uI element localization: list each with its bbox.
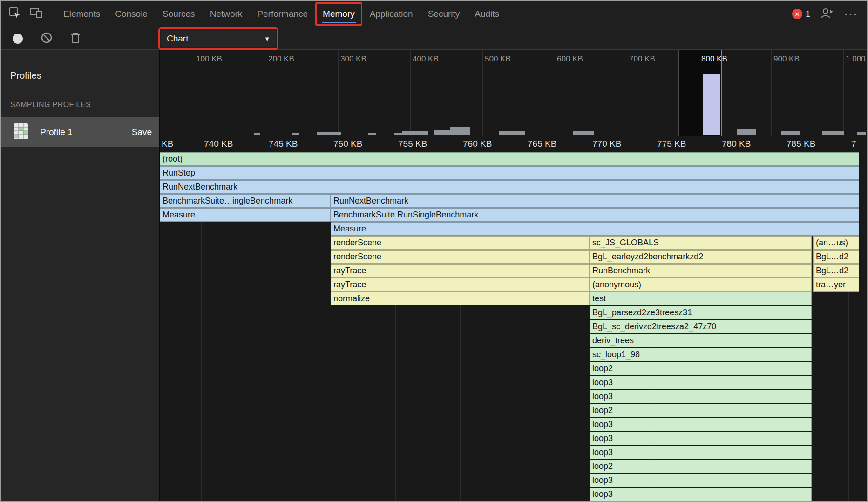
ruler-tick-label: 755 KB <box>398 139 427 149</box>
ruler-tick-label: 770 KB <box>592 139 621 149</box>
flame-segment[interactable]: deriv_trees <box>590 334 812 347</box>
overview-tick-label: 200 KB <box>268 54 294 64</box>
overview-gridline <box>194 50 194 136</box>
flame-segment[interactable]: RunBenchmark <box>590 264 812 278</box>
flame-segment[interactable]: loop3 <box>590 390 812 403</box>
delete-button[interactable] <box>67 30 84 47</box>
flame-segment[interactable]: tra…yer <box>813 278 859 292</box>
memory-histogram-bar <box>434 130 450 135</box>
flame-segment[interactable]: (root) <box>160 152 859 166</box>
ruler-tick-label: 750 KB <box>333 139 362 149</box>
flame-segment[interactable]: normalize <box>331 292 590 305</box>
flame-segment[interactable]: loop2 <box>590 362 812 375</box>
flame-segment[interactable]: loop3 <box>590 432 812 445</box>
tab-network[interactable]: Network <box>203 1 250 27</box>
overview-tick-label: 600 KB <box>557 54 583 64</box>
view-select-value: Chart <box>167 34 188 44</box>
tabbar-right: ✕ 1 ⋯ <box>792 6 867 22</box>
flame-segment[interactable]: BenchmarkSuite…ingleBenchmark <box>160 194 331 208</box>
flame-segment[interactable]: BenchmarkSuite.RunSingleBenchmark <box>331 208 859 222</box>
flame-segment[interactable]: BgL_sc_derivzd2treesza2_47z70 <box>590 320 812 333</box>
overview-gridline <box>843 50 844 136</box>
flame-segment[interactable]: loop3 <box>590 474 812 487</box>
flame-segment[interactable]: RunNextBenchmark <box>331 194 859 208</box>
memory-histogram-bar <box>857 132 866 135</box>
overview-area[interactable]: 100 KB200 KB300 KB400 KB500 KB600 KB700 … <box>160 50 867 136</box>
ruler-partial-label-left: KB <box>162 139 173 149</box>
overview-tick-label: 700 KB <box>629 54 655 64</box>
flame-segment[interactable]: loop3 <box>590 488 812 501</box>
flame-segment[interactable]: BgL_parsezd2ze3treesz31 <box>590 306 812 319</box>
flame-segment[interactable]: rayTrace <box>331 278 590 292</box>
flame-segment[interactable]: Measure <box>160 208 331 222</box>
flame-segment[interactable]: sc_JS_GLOBALS <box>590 236 812 250</box>
error-count: 1 <box>806 9 810 19</box>
flame-segment[interactable]: RunStep <box>160 166 859 180</box>
device-toolbar-button[interactable] <box>28 6 45 22</box>
ruler-tick-label: 785 KB <box>787 139 815 149</box>
ruler-partial-label-right: 7 <box>851 139 856 149</box>
error-indicator[interactable]: ✕ 1 <box>792 9 810 19</box>
tab-application[interactable]: Application <box>362 1 420 27</box>
flame-chart[interactable]: (root)RunStepRunNextBenchmarkBenchmarkSu… <box>160 152 867 501</box>
flame-segment[interactable]: renderScene <box>331 250 590 264</box>
flame-segment[interactable]: loop2 <box>590 460 812 473</box>
profile-item[interactable]: Profile 1 Save <box>1 117 159 147</box>
tab-audits[interactable]: Audits <box>467 1 507 27</box>
overview-gridline <box>338 50 339 136</box>
tab-sources[interactable]: Sources <box>155 1 203 27</box>
flame-segment[interactable]: BgL_earleyzd2benchmarkzd2 <box>590 250 812 264</box>
selection-grip[interactable] <box>721 50 722 136</box>
memory-histogram-bar <box>781 131 800 135</box>
record-icon <box>13 34 23 44</box>
devtools-tabs: ElementsConsoleSourcesNetworkPerformance… <box>56 1 507 27</box>
overview-gridline <box>555 50 555 136</box>
overview-gridline <box>771 50 772 136</box>
save-link[interactable]: Save <box>132 127 152 137</box>
memory-histogram-bar <box>573 131 594 135</box>
flame-segment[interactable]: loop3 <box>590 376 812 389</box>
memory-histogram-bar <box>822 131 844 135</box>
flame-segment[interactable]: loop2 <box>590 404 812 417</box>
flame-segment[interactable]: loop3 <box>590 418 812 431</box>
flame-segment[interactable]: sc_loop1_98 <box>590 348 812 361</box>
flame-segment[interactable]: BgL…d2 <box>813 250 859 264</box>
ruler-tick-label: 775 KB <box>657 139 686 149</box>
overview-gridline <box>266 50 266 136</box>
devtools-tabbar: ElementsConsoleSourcesNetworkPerformance… <box>1 1 867 27</box>
tab-elements[interactable]: Elements <box>56 1 108 27</box>
profile-icon <box>11 122 31 143</box>
user-button[interactable] <box>819 6 835 22</box>
profiler-toolbar: Chart ▼ <box>1 27 867 50</box>
clear-button[interactable] <box>38 30 55 47</box>
overview-tick-label: 300 KB <box>340 54 366 64</box>
tab-console[interactable]: Console <box>108 1 155 27</box>
flame-segment[interactable]: loop3 <box>590 446 812 459</box>
overview-tick-label: 500 KB <box>485 54 511 64</box>
flame-segment[interactable]: RunNextBenchmark <box>160 180 859 194</box>
flame-segment[interactable]: (an…us) <box>813 236 859 250</box>
chevron-down-icon: ▼ <box>264 35 270 42</box>
ruler-tick-label: 740 KB <box>204 139 233 149</box>
ruler-tick-label: 745 KB <box>269 139 298 149</box>
tab-performance[interactable]: Performance <box>250 1 315 27</box>
flame-segment[interactable]: test <box>590 292 812 305</box>
flame-segment[interactable]: Measure <box>331 222 859 236</box>
memory-histogram-bar <box>368 133 376 135</box>
flame-segment[interactable]: BgL…d2 <box>813 264 859 278</box>
overview-tick-label: 100 KB <box>196 54 222 64</box>
memory-histogram-bar <box>292 133 299 135</box>
flame-segment[interactable]: rayTrace <box>331 264 590 278</box>
flame-segment[interactable]: renderScene <box>331 236 590 250</box>
trash-icon <box>69 31 81 47</box>
memory-histogram-bar <box>703 74 720 135</box>
main-menu-button[interactable]: ⋯ <box>844 10 858 18</box>
record-button[interactable] <box>9 30 26 47</box>
tab-memory[interactable]: Memory <box>315 2 362 26</box>
view-select[interactable]: Chart ▼ <box>161 30 276 47</box>
device-toolbar-icon <box>29 6 43 22</box>
inspect-button[interactable] <box>7 6 23 22</box>
flame-segment[interactable]: (anonymous) <box>590 278 812 292</box>
error-badge-icon: ✕ <box>792 9 802 19</box>
tab-security[interactable]: Security <box>420 1 468 27</box>
